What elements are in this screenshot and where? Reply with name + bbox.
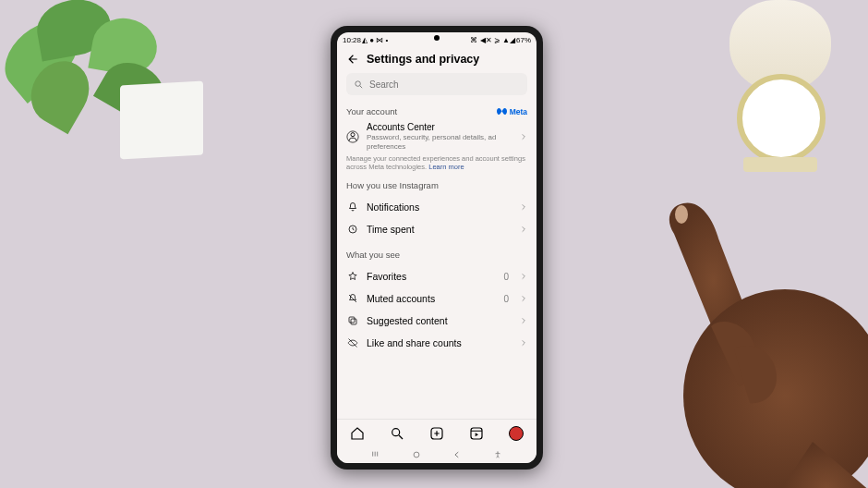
page-header: Settings and privacy (337, 47, 536, 73)
chevron-right-icon (520, 317, 527, 324)
row-muted-accounts[interactable]: Muted accounts 0 (346, 287, 527, 310)
svg-point-19 (414, 452, 419, 458)
search-icon (354, 79, 364, 90)
chevron-right-icon (520, 295, 527, 302)
svg-point-0 (356, 80, 361, 86)
nav-create[interactable] (429, 426, 444, 441)
search-input[interactable]: Search (346, 73, 527, 95)
svg-rect-7 (351, 319, 356, 324)
nav-search[interactable] (390, 426, 404, 441)
svg-point-2 (351, 132, 355, 136)
meta-brand: Meta (497, 107, 527, 116)
android-accessibility[interactable] (491, 450, 504, 459)
svg-rect-14 (471, 428, 482, 439)
star-icon (346, 271, 359, 282)
row-favorites[interactable]: Favorites 0 (346, 265, 527, 287)
status-time: 10:28 (343, 36, 361, 44)
muted-count: 0 (503, 294, 509, 304)
accounts-center-footnote: Manage your connected experiences and ac… (346, 154, 527, 171)
status-right-icons: ⌘ ◀✕ ⩾ ▲◢ (470, 36, 515, 44)
svg-line-1 (360, 85, 362, 87)
decorative-clock (720, 0, 840, 166)
clock-icon (346, 224, 359, 235)
learn-more-link[interactable]: Learn more (428, 163, 464, 171)
chevron-right-icon (520, 133, 527, 140)
page-title: Settings and privacy (367, 53, 479, 66)
svg-point-22 (675, 205, 688, 224)
row-suggested-content[interactable]: Suggested content (346, 310, 527, 332)
status-left-icons: ◭ ● ⋈ • (362, 36, 388, 44)
chevron-right-icon (520, 273, 527, 280)
decorative-plant (0, 0, 203, 185)
eye-off-icon (346, 337, 359, 348)
bell-icon (346, 201, 359, 213)
camera-hole (434, 35, 440, 41)
accounts-center-row[interactable]: Accounts Center Password, security, pers… (346, 122, 527, 151)
bottom-nav (337, 419, 536, 446)
person-icon (346, 130, 359, 143)
svg-point-9 (392, 428, 399, 435)
svg-rect-6 (349, 317, 355, 323)
search-placeholder: Search (369, 79, 399, 90)
phone-frame: 10:28 ◭ ● ⋈ • ⌘ ◀✕ ⩾ ▲◢ 67% Settings and… (331, 26, 543, 470)
svg-line-10 (399, 435, 403, 439)
chevron-right-icon (520, 203, 527, 211)
android-nav-bar (337, 446, 536, 463)
accounts-center-title: Accounts Center (367, 122, 512, 133)
row-notifications[interactable]: Notifications (346, 196, 527, 218)
android-back[interactable] (451, 450, 464, 459)
svg-point-21 (683, 289, 868, 488)
row-time-spent[interactable]: Time spent (346, 218, 527, 240)
nav-home[interactable] (350, 426, 365, 441)
bell-off-icon (346, 293, 359, 304)
accounts-center-sub: Password, security, personal details, ad… (367, 133, 512, 151)
section-what-you-see: What you see (346, 250, 527, 260)
favorites-count: 0 (503, 272, 509, 282)
row-like-share-counts[interactable]: Like and share counts (346, 332, 527, 354)
android-home[interactable] (410, 450, 423, 459)
content-icon (346, 315, 359, 326)
android-recents[interactable] (369, 450, 382, 459)
back-button[interactable] (346, 53, 359, 66)
nav-reels[interactable] (469, 426, 484, 441)
svg-point-20 (497, 451, 498, 452)
nav-profile[interactable] (509, 426, 524, 441)
section-your-account: Your account (346, 106, 397, 116)
chevron-right-icon (520, 226, 527, 233)
section-how-you-use: How you use Instagram (346, 180, 527, 190)
status-battery: 67% (516, 36, 531, 44)
chevron-right-icon (520, 339, 527, 347)
